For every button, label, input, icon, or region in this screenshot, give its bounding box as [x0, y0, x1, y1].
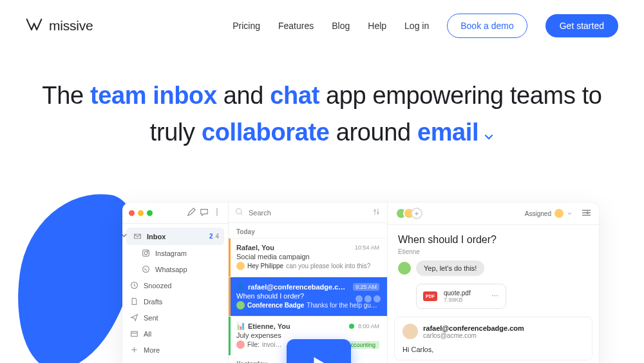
chevron-down-icon	[122, 231, 128, 241]
hero-stage: Inbox 2 4 Instagram Whatsapp Snoozed	[0, 191, 644, 363]
conversation-item[interactable]: Rafael, You 10:54 AM Social media campai…	[229, 238, 387, 277]
sidebar-label: Sent	[144, 314, 158, 322]
get-started-button[interactable]: Get started	[545, 14, 618, 37]
sidebar-label: More	[144, 346, 160, 354]
sidebar-item-more[interactable]: More	[122, 342, 228, 358]
attachment-size: 7.99KB	[444, 297, 471, 303]
collapse-icon[interactable]	[576, 209, 591, 218]
nav-help[interactable]: Help	[368, 21, 386, 31]
email-message: rafael@conferencebadge.com carlos@acme.c…	[394, 317, 592, 360]
detail-subject: When should I order?	[388, 225, 599, 248]
avatar-icon	[398, 262, 411, 275]
filter-sliders-icon[interactable]	[372, 208, 381, 217]
close-dot-icon[interactable]	[129, 210, 135, 216]
attachment-name: quote.pdf	[444, 289, 471, 297]
member-avatars[interactable]: +	[395, 208, 422, 219]
conversation-detail: + Assigned When should I order? Etienne …	[388, 202, 599, 363]
conv-from: Etienne, You	[248, 322, 345, 330]
zoom-dot-icon[interactable]	[147, 210, 153, 216]
sidebar-item-drafts[interactable]: Drafts	[122, 293, 228, 309]
more-dots-icon[interactable]: ⋯	[491, 292, 499, 300]
presence-icon	[349, 324, 354, 329]
detail-header: + Assigned	[388, 202, 599, 225]
sender-avatar-icon	[402, 324, 418, 339]
search-input[interactable]	[249, 209, 367, 217]
nav-pricing[interactable]: Pricing	[232, 21, 260, 31]
conv-time: 9:25 AM	[353, 283, 379, 291]
email-to: carlos@acme.com	[423, 332, 524, 339]
play-video-button[interactable]	[287, 339, 351, 363]
sidebar-item-snoozed[interactable]: Snoozed	[122, 277, 228, 293]
conv-subject: July expenses	[236, 331, 379, 339]
status-bar-icon	[229, 239, 231, 277]
svg-point-10	[236, 209, 242, 214]
search-icon	[235, 208, 243, 217]
logo-text: missive	[49, 18, 93, 34]
conv-from: rafael@conferencebadge.com, carl…	[248, 283, 349, 291]
sidebar-item-inbox[interactable]: Inbox 2 4	[126, 228, 224, 245]
email-from: rafael@conferencebadge.com	[423, 324, 524, 332]
nav-features[interactable]: Features	[278, 21, 314, 31]
svg-point-4	[143, 266, 149, 273]
svg-point-3	[147, 251, 148, 252]
app-sidebar: Inbox 2 4 Instagram Whatsapp Snoozed	[122, 202, 229, 363]
attachment-card[interactable]: PDF quote.pdf 7.99KB ⋯	[416, 284, 506, 309]
svg-line-11	[241, 213, 242, 215]
search-bar[interactable]	[229, 202, 387, 223]
avatar-icon: 👤	[236, 282, 244, 291]
window-traffic-lights	[129, 210, 153, 216]
nav-login[interactable]: Log in	[404, 21, 429, 31]
window-controls-row	[122, 202, 228, 224]
conv-from: Rafael, You	[236, 244, 351, 251]
sender-label: Etienne	[388, 248, 599, 255]
conv-time: 8:00 AM	[358, 323, 379, 329]
nav-blog[interactable]: Blog	[332, 21, 350, 31]
chat-message: Yep, let's do this!	[388, 255, 599, 281]
status-bar-icon	[229, 317, 231, 355]
assignee-avatar-icon	[554, 209, 564, 218]
app-mockup: Inbox 2 4 Instagram Whatsapp Snoozed	[122, 202, 599, 363]
assignment-control[interactable]: Assigned	[525, 209, 573, 218]
sidebar-label: Instagram	[155, 250, 187, 257]
divider-icon	[213, 208, 222, 218]
chart-icon: 📊	[236, 322, 244, 330]
conv-time: 10:54 AM	[355, 244, 379, 251]
avatar-icon	[236, 262, 245, 270]
chat-icon[interactable]	[200, 208, 209, 218]
conv-participants	[355, 295, 381, 302]
sidebar-item-instagram[interactable]: Instagram	[122, 245, 228, 261]
status-bar-icon	[229, 277, 231, 316]
add-member-icon[interactable]: +	[411, 208, 422, 219]
sidebar-label: Snoozed	[144, 282, 171, 289]
unread-count: 2	[209, 233, 213, 240]
hero-headline: The team inbox and chat app empowering t…	[0, 52, 644, 152]
compose-icon[interactable]	[187, 208, 196, 218]
sidebar-label: Drafts	[144, 298, 162, 306]
sidebar-label: All	[144, 330, 151, 338]
avatar-icon	[236, 301, 245, 309]
book-demo-button[interactable]: Book a demo	[447, 14, 527, 38]
section-today: Today	[229, 223, 387, 238]
dropdown-chevron-icon[interactable]	[484, 115, 494, 152]
logo[interactable]: missive	[26, 16, 93, 35]
sidebar-item-whatsapp[interactable]: Whatsapp	[122, 261, 228, 277]
conv-subject: Social media campaign	[236, 253, 379, 260]
email-body: Hi Carlos,	[402, 346, 584, 353]
minimize-dot-icon[interactable]	[138, 210, 144, 216]
pdf-icon: PDF	[423, 291, 437, 301]
sidebar-label: Whatsapp	[155, 266, 187, 273]
svg-rect-6	[131, 332, 138, 337]
total-count: 4	[215, 233, 219, 240]
avatar-icon	[236, 340, 245, 349]
svg-point-2	[144, 252, 147, 255]
sidebar-label: Inbox	[147, 233, 166, 240]
conversation-item[interactable]: 👤 rafael@conferencebadge.com, carl… 9:25…	[229, 277, 387, 316]
sidebar-item-sent[interactable]: Sent	[122, 309, 228, 326]
sidebar-item-all[interactable]: All	[122, 326, 228, 342]
primary-nav: Pricing Features Blog Help Log in Book a…	[232, 14, 618, 38]
logo-mark-icon	[26, 16, 43, 35]
message-bubble: Yep, let's do this!	[416, 260, 484, 276]
site-header: missive Pricing Features Blog Help Log i…	[0, 0, 644, 52]
